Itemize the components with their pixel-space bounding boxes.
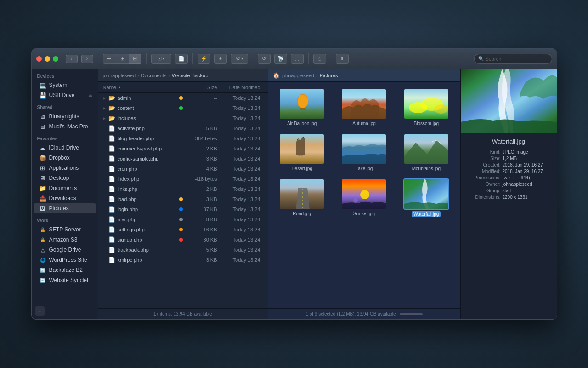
separator4 xyxy=(253,53,253,64)
file-row[interactable]: 📄 signup.php 30 KB Today 13:24 xyxy=(98,235,268,245)
sidebar-item-downloads[interactable]: 📥 Downloads xyxy=(34,193,96,203)
sidebar-label-binarynights: Binarynights xyxy=(49,113,79,120)
pic-label: Lake.jpg xyxy=(356,166,373,171)
info-row-size: Size: 1,2 MB xyxy=(466,156,551,161)
pic-label: Desert.jpg xyxy=(291,166,312,171)
info-val-created: 2018. Jan 29. 16:27 xyxy=(503,162,551,167)
monitor-icon: 🖥 xyxy=(39,113,46,120)
action-button[interactable]: 📄 xyxy=(175,54,188,64)
file-row[interactable]: 📄 index.php 418 bytes Today 13:24 xyxy=(98,174,268,184)
file-size: -- xyxy=(183,115,217,121)
file-row[interactable]: 📄 cron.php 4 KB Today 13:24 xyxy=(98,164,268,174)
preview-pane: Waterfall.jpg Kind: JPEG image Size: 1,2… xyxy=(460,69,557,319)
sidebar-label-google-drive: Google Drive xyxy=(49,247,81,253)
zoom-slider[interactable] xyxy=(400,313,423,315)
applications-icon: ⊞ xyxy=(39,164,46,172)
file-row[interactable]: 📄 login.php 37 KB Today 13:24 xyxy=(98,204,268,214)
file-row[interactable]: 📄 config-sample.php 3 KB Today 13:24 xyxy=(98,154,268,164)
sidebar-label-pictures: Pictures xyxy=(49,205,69,212)
file-row[interactable]: 📄 settings.php 16 KB Today 13:24 xyxy=(98,224,268,235)
monitor-icon2: 🖥 xyxy=(39,123,46,130)
sidebar-item-backblaze[interactable]: 🔄 Backblaze B2 xyxy=(34,265,96,275)
add-sidebar-item-button[interactable]: + xyxy=(35,306,45,316)
more-button[interactable]: … xyxy=(291,54,304,64)
picture-item-autumn[interactable]: Autumn.jpg xyxy=(335,86,393,128)
picture-item-blossom[interactable]: Blossom.jpg xyxy=(397,86,455,128)
file-row[interactable]: 📄 xmlrpc.php 3 KB Today 13:24 xyxy=(98,255,268,265)
favorites-button[interactable]: ★ xyxy=(214,54,227,64)
file-row[interactable]: 📄 trackback.php 5 KB Today 13:24 xyxy=(98,245,268,255)
picture-item-sunset[interactable]: Sunset.jpg xyxy=(335,177,393,219)
close-button[interactable] xyxy=(36,56,42,62)
back-button[interactable]: ‹ xyxy=(66,55,78,63)
thumb-wrap xyxy=(341,178,387,210)
sync-button[interactable]: ↺ xyxy=(258,54,271,64)
col-header-size[interactable]: Size xyxy=(183,85,217,90)
emoji-button[interactable]: ☺ xyxy=(313,54,326,64)
file-row[interactable]: 📄 mail.php 8 KB Today 13:24 xyxy=(98,214,268,224)
sidebar-item-dropbox[interactable]: 📦 Dropbox xyxy=(34,153,96,163)
file-date: Today 13:24 xyxy=(217,207,263,212)
picture-item-road[interactable]: Road.jpg xyxy=(273,177,331,219)
info-row-kind: Kind: JPEG image xyxy=(466,150,551,155)
airdrop-button[interactable]: 📡 xyxy=(274,54,287,64)
sidebar-item-usb-drive[interactable]: 💾 USB Drive ⏏ xyxy=(34,90,96,100)
info-val-group: staff xyxy=(503,188,551,193)
file-row[interactable]: 📄 load.php 3 KB Today 13:24 xyxy=(98,194,268,204)
sidebar-item-binarynights[interactable]: 🖥 Binarynights xyxy=(34,111,96,121)
arrange-button[interactable]: ⊡ ▾ xyxy=(151,54,171,64)
file-size: 5 KB xyxy=(183,247,217,253)
search-box[interactable]: 🔍 Search xyxy=(474,54,552,64)
php-file-icon: 📄 xyxy=(108,226,116,233)
col-header-date[interactable]: Date Modified xyxy=(217,85,263,90)
column-view-button[interactable]: ⊞ xyxy=(116,54,129,64)
info-val-permissions: rw-r--r-- (644) xyxy=(503,175,551,180)
minimize-button[interactable] xyxy=(45,56,50,62)
sidebar-item-documents[interactable]: 📁 Documents xyxy=(34,183,96,193)
svg-point-9 xyxy=(434,104,448,114)
sidebar-item-pictures[interactable]: 🖼 Pictures xyxy=(34,203,96,213)
breadcrumb-documents: Documents xyxy=(141,73,167,78)
sidebar-item-icloud-drive[interactable]: ☁ iCloud Drive xyxy=(34,143,96,153)
file-size: 2 KB xyxy=(183,186,217,192)
grid-view-button[interactable]: ⊟ xyxy=(129,54,141,64)
file-date: Today 13:24 xyxy=(217,166,263,172)
picture-item-mountains[interactable]: Mountains.jpg xyxy=(397,132,455,173)
synclet-icon: 🔄 xyxy=(39,276,46,284)
file-date: Today 13:24 xyxy=(217,115,263,121)
file-row[interactable]: ▶ 📂 includes -- Today 13:24 xyxy=(98,113,268,123)
eject-icon[interactable]: ⏏ xyxy=(88,93,92,98)
file-row[interactable]: 📄 activate.php 5 KB Today 13:24 xyxy=(98,123,268,133)
file-row[interactable]: ▶ 📂 admin -- Today 13:24 xyxy=(98,93,268,103)
picture-item-desert[interactable]: Desert.jpg xyxy=(273,132,331,173)
picture-item-air-balloon[interactable]: Air Balloon.jpg xyxy=(273,86,331,128)
sidebar-item-wordpress[interactable]: 🌐 WordPress Site xyxy=(34,255,96,265)
col-header-name[interactable]: Name ▲ xyxy=(103,85,183,90)
maximize-button[interactable] xyxy=(53,56,58,62)
sidebar-item-desktop[interactable]: 🖥 Desktop xyxy=(34,173,96,183)
sidebar-label-icloud-drive: iCloud Drive xyxy=(49,144,79,151)
file-name: activate.php xyxy=(118,126,183,131)
sidebar-item-applications[interactable]: ⊞ Applications xyxy=(34,163,96,173)
gear-button[interactable]: ⚙ ▾ xyxy=(231,54,248,64)
file-name: load.php xyxy=(118,196,177,202)
file-row[interactable]: 📄 comments-post.php 2 KB Today 13:24 xyxy=(98,144,268,154)
share-button[interactable]: ⚡ xyxy=(198,54,210,64)
file-row[interactable]: 📄 blog-header.php 364 bytes Today 13:24 xyxy=(98,133,268,144)
file-name: mail.php xyxy=(118,217,177,222)
backblaze-icon: 🔄 xyxy=(39,266,46,274)
upload-button[interactable]: ⬆ xyxy=(336,54,349,64)
forward-button[interactable]: › xyxy=(81,55,93,63)
sidebar-item-google-drive[interactable]: △ Google Drive xyxy=(34,245,96,255)
sidebar-item-system[interactable]: 💻 System xyxy=(34,80,96,90)
sidebar-item-amazon-s3[interactable]: 🔒 Amazon S3 xyxy=(34,235,96,245)
picture-item-waterfall[interactable]: Waterfall.jpg xyxy=(397,177,455,219)
sidebar-item-mudis-imac-pro[interactable]: 🖥 Mudi's iMac Pro xyxy=(34,121,96,132)
file-row[interactable]: ▶ 📂 content -- Today 13:24 xyxy=(98,103,268,113)
list-view-button[interactable]: ☰ xyxy=(103,54,116,64)
picture-item-lake[interactable]: Lake.jpg xyxy=(335,132,393,173)
sidebar-item-sftp-server[interactable]: 🔒 SFTP Server xyxy=(34,224,96,235)
file-row[interactable]: 📄 links.php 2 KB Today 13:24 xyxy=(98,184,268,194)
pic-label: Blossom.jpg xyxy=(414,121,439,126)
sidebar-item-website-synclet[interactable]: 🔄 Website Synclet xyxy=(34,275,96,285)
